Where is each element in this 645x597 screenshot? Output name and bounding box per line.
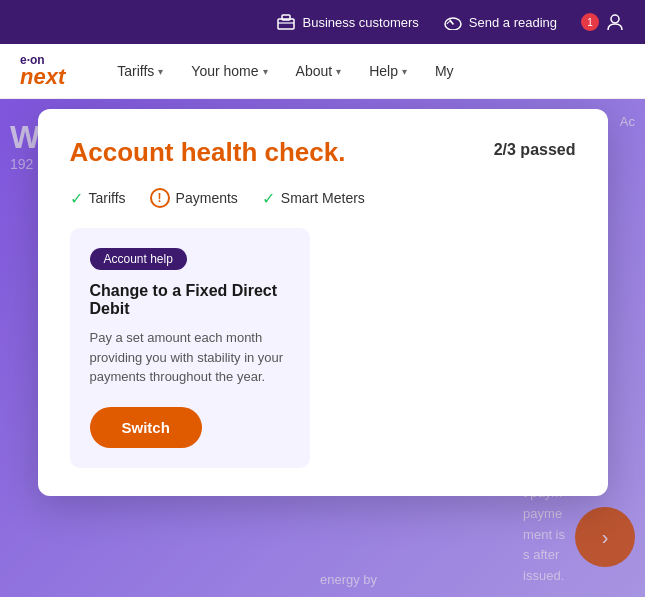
chevron-down-icon: ▾ bbox=[402, 66, 407, 77]
chevron-down-icon: ▾ bbox=[336, 66, 341, 77]
nav-my[interactable]: My bbox=[423, 55, 466, 87]
svg-rect-1 bbox=[282, 15, 290, 20]
modal-header: Account health check. 2/3 passed bbox=[70, 137, 576, 168]
nav-items: Tariffs ▾ Your home ▾ About ▾ Help ▾ My bbox=[105, 55, 625, 87]
help-badge: Account help bbox=[90, 248, 187, 270]
meter-icon bbox=[443, 12, 463, 32]
modal-passed: 2/3 passed bbox=[494, 141, 576, 159]
check-pass-icon: ✓ bbox=[262, 189, 275, 208]
check-payments: ! Payments bbox=[150, 188, 238, 208]
business-customers-link[interactable]: Business customers bbox=[276, 12, 418, 32]
modal-overlay: Account health check. 2/3 passed ✓ Tarif… bbox=[0, 99, 645, 597]
nav-your-home[interactable]: Your home ▾ bbox=[179, 55, 279, 87]
help-card-title: Change to a Fixed Direct Debit bbox=[90, 282, 290, 318]
business-customers-label: Business customers bbox=[302, 15, 418, 30]
chevron-down-icon: ▾ bbox=[158, 66, 163, 77]
modal-title: Account health check. bbox=[70, 137, 346, 168]
logo[interactable]: e·on next bbox=[20, 54, 65, 88]
top-bar: Business customers Send a reading 1 bbox=[0, 0, 645, 44]
nav-help[interactable]: Help ▾ bbox=[357, 55, 419, 87]
notification-badge: 1 bbox=[581, 13, 599, 31]
switch-button[interactable]: Switch bbox=[90, 407, 202, 448]
nav-bar: e·on next Tariffs ▾ Your home ▾ About ▾ … bbox=[0, 44, 645, 99]
modal-checks: ✓ Tariffs ! Payments ✓ Smart Meters bbox=[70, 188, 576, 208]
nav-tariffs[interactable]: Tariffs ▾ bbox=[105, 55, 175, 87]
svg-point-5 bbox=[611, 15, 619, 23]
check-smart-meters-label: Smart Meters bbox=[281, 190, 365, 206]
send-reading-link[interactable]: Send a reading bbox=[443, 12, 557, 32]
check-pass-icon: ✓ bbox=[70, 189, 83, 208]
help-card: Account help Change to a Fixed Direct De… bbox=[70, 228, 310, 468]
account-health-modal: Account health check. 2/3 passed ✓ Tarif… bbox=[38, 109, 608, 496]
logo-next: next bbox=[20, 66, 65, 88]
check-smart-meters: ✓ Smart Meters bbox=[262, 189, 365, 208]
check-tariffs: ✓ Tariffs bbox=[70, 189, 126, 208]
help-card-description: Pay a set amount each month providing yo… bbox=[90, 328, 290, 387]
notification-link[interactable]: 1 bbox=[581, 12, 625, 32]
account-icon bbox=[605, 12, 625, 32]
main-background: Wo 192 G Ac › energy by t paym payme men… bbox=[0, 99, 645, 597]
check-payments-label: Payments bbox=[176, 190, 238, 206]
nav-about[interactable]: About ▾ bbox=[284, 55, 354, 87]
check-warning-icon: ! bbox=[150, 188, 170, 208]
chevron-down-icon: ▾ bbox=[263, 66, 268, 77]
send-reading-label: Send a reading bbox=[469, 15, 557, 30]
check-tariffs-label: Tariffs bbox=[89, 190, 126, 206]
business-icon bbox=[276, 12, 296, 32]
